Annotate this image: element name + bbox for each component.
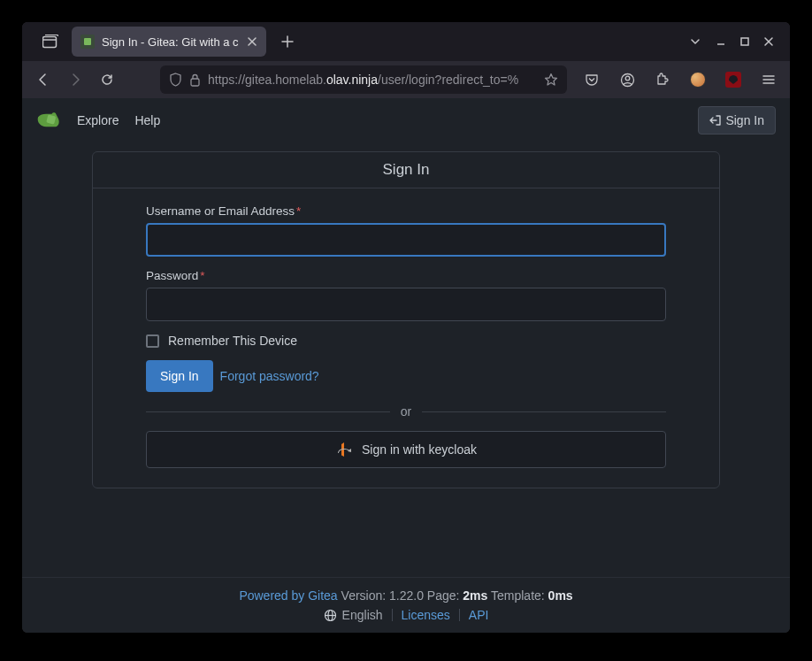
footer: Powered by Gitea Version: 1.22.0 Page: 2… [22,577,790,633]
gitea-logo-icon[interactable] [36,111,61,130]
svg-rect-3 [741,38,748,45]
footer-separator [459,609,460,621]
username-label: Username or Email Address* [146,204,666,218]
recent-browsing-icon[interactable] [29,35,72,49]
forgot-password-link[interactable]: Forgot password? [220,369,319,383]
required-star: * [296,204,301,218]
ublock-icon[interactable] [721,67,746,92]
url-text: https://gitea.homelab.olav.ninja/user/lo… [208,73,537,87]
pocket-icon[interactable] [579,67,604,92]
signin-arrow-icon [709,114,722,127]
remember-checkbox[interactable] [146,334,159,348]
new-tab-button[interactable] [273,35,302,48]
back-icon[interactable] [31,67,56,92]
tab-bar: Sign In - Gitea: Git with a c [22,22,790,61]
nav-signin-label: Sign In [725,113,764,127]
nav-explore[interactable]: Explore [77,113,119,127]
remember-row[interactable]: Remember This Device [146,334,666,348]
url-bar[interactable]: https://gitea.homelab.olav.ninja/user/lo… [160,65,567,94]
lock-icon[interactable] [189,73,201,87]
close-tab-icon[interactable] [247,36,257,47]
powered-by-link[interactable]: Powered by Gitea [239,588,337,603]
gitea-nav: Explore Help Sign In [22,98,790,142]
svg-rect-4 [191,79,199,86]
list-tabs-icon[interactable] [689,35,701,48]
api-link[interactable]: API [469,608,489,622]
svg-point-6 [625,76,630,81]
minimize-icon[interactable] [716,36,726,47]
gitea-favicon-icon [80,35,95,49]
template-prefix: Template: [487,588,548,603]
account-icon[interactable] [615,67,640,92]
url-bar-row: https://gitea.homelab.olav.ninja/user/lo… [22,61,790,98]
close-window-icon[interactable] [763,36,774,47]
reload-icon[interactable] [95,67,119,92]
nav-signin-button[interactable]: Sign In [698,106,776,135]
shield-icon[interactable] [169,73,182,87]
globe-icon [324,609,337,622]
required-star: * [200,269,204,282]
signin-button[interactable]: Sign In [146,360,213,392]
password-label: Password* [146,269,666,282]
footer-separator [392,609,393,621]
browser-tab[interactable]: Sign In - Gitea: Git with a c [72,27,266,57]
forward-icon [63,67,88,92]
extension-icon[interactable] [650,67,675,92]
page-time: 2ms [463,588,487,603]
signin-panel: Sign In Username or Email Address* Passw… [92,151,720,488]
password-input[interactable] [146,288,666,321]
nav-help[interactable]: Help [134,113,160,127]
signin-heading: Sign In [93,152,719,188]
oauth-keycloak-button[interactable]: Sign in with keycloak [146,431,666,468]
oauth-keycloak-label: Sign in with keycloak [362,442,477,457]
signin-form: Username or Email Address* Password* Rem… [93,188,719,488]
svg-rect-0 [43,37,57,48]
version-text: Version: 1.22.0 Page: [338,588,463,603]
application-menu-icon[interactable] [756,67,781,92]
browser-window: Sign In - Gitea: Git with a c [22,22,790,633]
licenses-link[interactable]: Licenses [402,608,450,622]
bookmark-star-icon[interactable] [544,73,558,87]
openid-icon [335,441,353,458]
username-input[interactable] [146,223,666,257]
profile-icon[interactable] [686,67,710,92]
page-content: Explore Help Sign In Sign In Username or… [22,98,790,633]
toolbar-icons [579,67,781,92]
window-controls [689,35,783,48]
remember-label: Remember This Device [168,334,297,348]
template-time: 0ms [548,588,573,603]
tab-title: Sign In - Gitea: Git with a c [102,35,240,49]
or-divider: or [146,404,666,419]
maximize-icon[interactable] [740,37,749,46]
language-link[interactable]: English [342,608,383,622]
